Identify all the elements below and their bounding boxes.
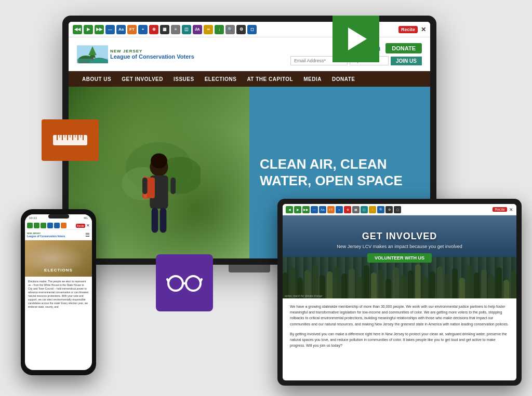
toolbar-btn-lang[interactable]: ∂A: [193, 25, 202, 34]
tablet-tb-btn-12[interactable]: 🔍: [377, 206, 384, 213]
phone-tb-btn-1[interactable]: [27, 223, 33, 228]
tablet-tb-btn-5[interactable]: Aa: [319, 206, 326, 213]
phone-elections-label: ELECTIONS: [44, 268, 73, 272]
tablet-hero-subtitle: New Jersey LCV makes an impact because y…: [283, 244, 516, 249]
tablet-tb-btn-1[interactable]: ◀: [286, 206, 293, 213]
ruler-svg-icon: [52, 131, 88, 149]
phone-toolbar: Recite ✕: [25, 222, 92, 230]
toolbar-btn-down[interactable]: ↓: [215, 25, 224, 34]
phone-header: NEW JERSEY League of Conservation Voters…: [25, 230, 92, 240]
svg-line-34: [167, 279, 168, 281]
svg-line-35: [201, 279, 202, 281]
phone-tb-btn-6[interactable]: [61, 223, 66, 228]
hero-headline: CLEAN AIR, CLEAN WATER, OPEN SPACE: [260, 156, 420, 188]
toolbar-btn-lines[interactable]: ≡: [171, 25, 180, 34]
toolbar-btn-cross[interactable]: ⊕: [149, 25, 158, 34]
tablet-content-p1: We have a growing statewide membership o…: [290, 304, 509, 327]
svg-rect-17: [152, 208, 158, 233]
tablet-tb-btn-14[interactable]: ◻: [394, 206, 401, 213]
toolbar-btn-inf[interactable]: ∞: [204, 25, 213, 34]
tablet-tb-btn-10[interactable]: ◫: [361, 206, 368, 213]
logo-text-main: League of Conservation Voters: [110, 53, 194, 60]
donate-button[interactable]: DONATE: [385, 43, 422, 53]
tablet-tb-btn-6[interactable]: FT: [327, 206, 335, 213]
nav-get-involved[interactable]: GET INVOLVED: [116, 71, 168, 87]
tablet-frame: ◀ ▶ ▶▶ — Aa FT + ⊕ ▦ ◫ ↓ 🔍 ⚙ ◻: [277, 199, 522, 386]
phone-recite-logo: Recite: [76, 224, 85, 228]
tablet-tb-btn-4[interactable]: —: [311, 206, 318, 213]
phone-notch: [48, 214, 69, 219]
phone-frame: 10:11 4G Recite ✕ NEW JER: [21, 209, 96, 375]
logo-text-nj: NEW JERSEY: [110, 49, 194, 53]
phone-tb-btn-3[interactable]: [41, 223, 46, 228]
phone-logo: NEW JERSEY League of Conservation Voters: [27, 232, 65, 238]
phone-close-btn[interactable]: ✕: [86, 223, 90, 228]
nav-elections[interactable]: ELECTIONS: [200, 71, 242, 87]
tablet-hero-text: GET INVOLVED New Jersey LCV makes an imp…: [283, 231, 516, 263]
play-triangle-icon: [348, 28, 367, 50]
tablet-close-btn[interactable]: ✕: [509, 207, 513, 212]
volunteer-button[interactable]: VOLUNTEER WITH US: [367, 253, 432, 263]
toolbar-btn-aa[interactable]: Aa: [116, 25, 126, 34]
tablet-tb-left: ◀ ▶ ▶▶ — Aa FT + ⊕ ▦ ◫ ↓ 🔍 ⚙ ◻: [286, 206, 401, 213]
toolbar-btn-box[interactable]: ◻: [247, 25, 257, 34]
tablet-hero: GET INVOLVED New Jersey LCV makes an imp…: [283, 215, 516, 298]
logo-svg: [77, 45, 108, 63]
njlcv-logo: NEW JERSEY League of Conservation Voters: [77, 45, 194, 63]
join-button[interactable]: JOIN US: [391, 57, 422, 65]
nav-donate[interactable]: DONATE: [327, 71, 360, 87]
toolbar-btn-dash[interactable]: —: [105, 25, 115, 34]
toolbar-btn-search[interactable]: 🔍: [225, 25, 235, 34]
tablet-tb-btn-9[interactable]: ▦: [352, 206, 360, 213]
ruler-tool-icon[interactable]: [42, 119, 99, 161]
phone-hamburger-icon[interactable]: ☰: [85, 232, 90, 238]
svg-rect-6: [77, 59, 108, 63]
nav-issues[interactable]: ISSUES: [168, 71, 200, 87]
toolbar-btn-ft[interactable]: FT: [127, 25, 137, 34]
phone-tb-btn-5[interactable]: [54, 223, 60, 228]
svg-point-32: [186, 276, 201, 291]
tablet-screen: ◀ ▶ ▶▶ — Aa FT + ⊕ ▦ ◫ ↓ 🔍 ⚙ ◻: [283, 204, 516, 380]
phone-screen: 10:11 4G Recite ✕ NEW JER: [25, 214, 92, 370]
recite-logo: Recite: [398, 26, 418, 33]
glasses-svg-icon: [166, 274, 203, 292]
tablet-tb-btn-7[interactable]: +: [336, 206, 343, 213]
tablet-recite-toolbar: ◀ ▶ ▶▶ — Aa FT + ⊕ ▦ ◫ ↓ 🔍 ⚙ ◻: [283, 204, 516, 215]
nav-about-us[interactable]: ABOUT US: [77, 71, 116, 87]
toolbar-btn-rewind[interactable]: ◀◀: [73, 25, 82, 34]
glasses-tool-icon[interactable]: [156, 254, 213, 311]
svg-point-31: [168, 276, 183, 291]
tablet-tb-btn-2[interactable]: ▶: [294, 206, 301, 213]
tablet-hero-title: GET INVOLVED: [283, 231, 516, 242]
phone-tb-btn-2[interactable]: [34, 223, 39, 228]
tablet-recite-logo: Recite: [493, 207, 507, 212]
toolbar-btn-settings[interactable]: ⚙: [236, 25, 246, 34]
phone-hero-image: ELECTIONS: [25, 240, 92, 277]
tablet-content-p2: By getting involved you can make a diffe…: [290, 331, 509, 349]
tablet-tb-btn-11[interactable]: ↓: [369, 206, 376, 213]
svg-rect-18: [160, 208, 167, 233]
toolbar-btn-ff[interactable]: ▶▶: [95, 25, 104, 34]
nav-at-the-capitol[interactable]: AT THE CAPITOL: [242, 71, 298, 87]
phone-time: 10:11: [29, 216, 37, 220]
mobile-phone: 10:11 4G Recite ✕ NEW JER: [21, 209, 96, 375]
close-button[interactable]: ✕: [421, 26, 426, 33]
tablet-tb-btn-3[interactable]: ▶▶: [302, 206, 310, 213]
toolbar-buttons: ◀◀ ▶ ▶▶ — Aa FT + ⊕ ▦ ≡ ◫ ∂A ∞ ↓: [73, 25, 257, 34]
toolbar-btn-plus[interactable]: +: [138, 25, 148, 34]
toolbar-btn-play[interactable]: ▶: [84, 25, 93, 34]
tablet-tb-btn-8[interactable]: ⊕: [344, 206, 351, 213]
phone-tb-btn-4[interactable]: [47, 223, 53, 228]
svg-rect-15: [142, 177, 148, 194]
tablet-tb-btn-13[interactable]: ⚙: [385, 206, 393, 213]
play-button[interactable]: [332, 16, 379, 62]
toolbar-btn-screen[interactable]: ◫: [182, 25, 191, 34]
toolbar-btn-grid[interactable]: ▦: [160, 25, 169, 34]
phone-content-text: Elections matter. The people we elect to…: [28, 280, 89, 309]
nav-media[interactable]: MEDIA: [298, 71, 327, 87]
tablet: ◀ ▶ ▶▶ — Aa FT + ⊕ ▦ ◫ ↓ 🔍 ⚙ ◻: [277, 199, 522, 386]
phone-signal: 4G: [84, 216, 88, 220]
desktop-nav: ABOUT US GET INVOLVED ISSUES ELECTIONS A…: [69, 71, 430, 87]
phone-content: Elections matter. The people we elect to…: [25, 277, 92, 312]
logo-graphic: NEW JERSEY League of Conservation Voters: [77, 45, 194, 63]
